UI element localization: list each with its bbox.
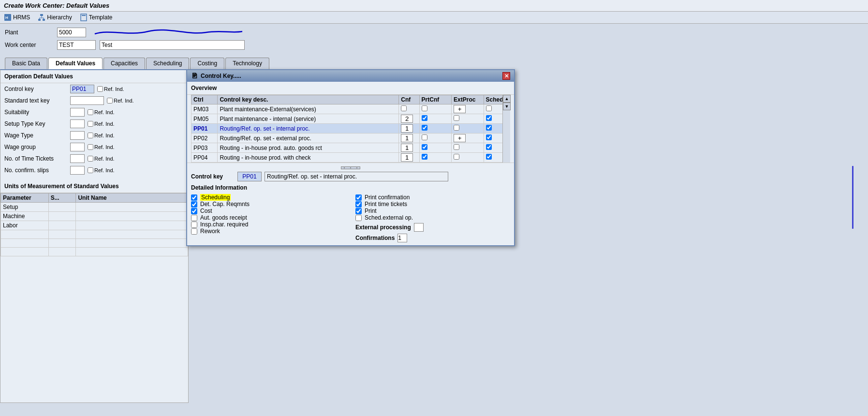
cnf-pm03 [399, 104, 419, 114]
extproc-pm03 [452, 104, 484, 114]
table-row[interactable]: PM03 Plant maintenance-External(services… [191, 104, 510, 114]
control-key-ref-checkbox[interactable]: Ref. Ind. [97, 86, 124, 92]
tab-scheduling[interactable]: Scheduling [146, 58, 189, 69]
workcenter-desc-input[interactable] [100, 40, 245, 50]
det-cap-label: Det. Cap. Reqmnts [200, 201, 250, 208]
wage-type-ref-checkbox[interactable]: Ref. Ind. [88, 133, 115, 138]
table-row[interactable]: PP03 Routing - in-house prod. auto. good… [191, 143, 510, 153]
toolbar: H HRMS Hierarchy Template [0, 12, 868, 24]
print-checkbox[interactable] [355, 208, 362, 214]
modal-close-button[interactable]: ✕ [502, 72, 510, 80]
ck-code-input[interactable] [237, 172, 262, 181]
uom-setup-param: Setup [1, 203, 49, 212]
sched-ext-checkbox[interactable] [355, 215, 362, 221]
prtcnf-pp03 [419, 143, 452, 153]
time-tickets-input[interactable] [70, 154, 85, 163]
hrms-button[interactable]: H HRMS [4, 14, 30, 21]
ext-processing-label: External processing [355, 224, 411, 231]
detail-col-right: Print confirmation Print time tickets Pr… [355, 194, 510, 242]
template-button[interactable]: Template [80, 14, 113, 21]
ck-desc-input[interactable] [265, 172, 448, 181]
table-row[interactable]: PP02 Routing/Ref. op. set - external pro… [191, 134, 510, 143]
suitability-input[interactable] [70, 108, 85, 117]
det-cap-checkbox[interactable] [191, 201, 197, 208]
std-text-ref-checkbox[interactable]: Ref. Ind. [107, 98, 134, 104]
tab-default-values[interactable]: Default Values [48, 58, 103, 69]
uom-row-labor: Labor [1, 221, 188, 230]
scheduling-checkbox-row: Scheduling [191, 194, 346, 201]
workcenter-input[interactable] [57, 40, 96, 50]
svg-text:H: H [5, 15, 8, 20]
table-row[interactable]: PP01 Routing/Ref. op. set - internal pro… [191, 124, 510, 134]
confirmations-label: Confirmations [355, 235, 395, 241]
th-desc: Control key desc. [218, 95, 399, 104]
print-confirm-checkbox-row: Print confirmation [355, 194, 510, 201]
suitability-row: Suitability Ref. Ind. [0, 106, 188, 118]
print-label: Print [365, 208, 377, 214]
tab-capacities[interactable]: Capacities [103, 58, 145, 69]
confirm-slips-input[interactable] [70, 166, 85, 175]
tab-basic-data[interactable]: Basic Data [5, 58, 47, 69]
det-cap-checkbox-row: Det. Cap. Reqmnts [191, 201, 346, 208]
print-time-checkbox[interactable] [355, 201, 362, 208]
time-tickets-label: No. of Time Tickets [4, 155, 67, 162]
cnf-pm05 [399, 114, 419, 124]
wage-group-input[interactable] [70, 143, 85, 151]
rework-label: Rework [200, 228, 220, 235]
confirmations-input[interactable] [397, 234, 407, 242]
uom-setup-s [48, 203, 76, 212]
control-key-input[interactable] [70, 85, 94, 93]
suitability-ref-checkbox[interactable]: Ref. Ind. [88, 109, 115, 115]
modal-header: 🖹 Control Key..... ✕ [187, 70, 514, 82]
confirm-slips-ref-checkbox[interactable]: Ref. Ind. [88, 167, 115, 173]
modal-title: 🖹 Control Key..... [191, 72, 241, 80]
detailed-info-title: Detailed Information [191, 184, 510, 191]
plant-input[interactable] [57, 28, 86, 37]
setup-type-ref-checkbox[interactable]: Ref. Ind. [88, 121, 115, 127]
setup-type-key-input[interactable] [70, 119, 85, 128]
insp-char-checkbox[interactable] [191, 222, 197, 228]
scroll-down-btn[interactable]: ▼ [503, 103, 511, 110]
svg-rect-2 [40, 14, 43, 16]
ctrl-pp03: PP03 [191, 143, 218, 153]
modal-icon: 🖹 [191, 72, 198, 80]
main-content: Operation Default Values Control key Ref… [0, 69, 868, 403]
aut-goods-label: Aut. goods receipt [200, 214, 247, 221]
std-text-key-input[interactable] [70, 96, 104, 105]
ext-processing-input[interactable] [414, 223, 424, 232]
cnf-pp02 [399, 134, 419, 143]
rework-checkbox[interactable] [191, 228, 197, 235]
print-time-label: Print time tickets [365, 201, 407, 208]
print-confirm-checkbox[interactable] [355, 194, 362, 201]
ctrl-pp01: PP01 [191, 124, 218, 134]
cost-checkbox[interactable] [191, 208, 197, 214]
wage-type-label: Wage Type [4, 132, 67, 139]
tab-costing[interactable]: Costing [190, 58, 224, 69]
prtcnf-pm03 [419, 104, 452, 114]
control-key-modal: 🖹 Control Key..... ✕ Overview Ctrl Contr… [186, 69, 515, 246]
hierarchy-button[interactable]: Hierarchy [38, 14, 72, 21]
uom-row-empty1 [1, 230, 188, 239]
ctrl-table: Ctrl Control key desc. Cnf PrtCnf ExtPro… [191, 95, 510, 163]
page-title: Create Work Center: Default Values [4, 2, 109, 9]
cnf-pp04 [399, 153, 419, 163]
table-scrollbar[interactable]: ▲ ▼ [502, 95, 510, 163]
scribble-decoration [90, 27, 245, 38]
template-icon [80, 14, 88, 21]
table-row[interactable]: PM05 Plant maintenance - internal (servi… [191, 114, 510, 124]
time-tickets-ref-checkbox[interactable]: Ref. Ind. [88, 156, 115, 162]
time-tickets-row: No. of Time Tickets Ref. Ind. [0, 153, 188, 164]
wage-type-input[interactable] [70, 131, 85, 140]
extproc-pp03 [452, 143, 484, 153]
uom-col-unit-name: Unit Name [76, 193, 188, 203]
resize-handle[interactable] [191, 166, 510, 170]
scheduling-checkbox[interactable] [191, 194, 197, 201]
th-prtcnf: PrtCnf [419, 95, 452, 104]
uom-labor-s [48, 221, 76, 230]
wage-group-ref-checkbox[interactable]: Ref. Ind. [88, 144, 115, 150]
control-key-row: Control key Ref. Ind. [0, 83, 188, 95]
aut-goods-checkbox[interactable] [191, 215, 197, 221]
tab-technology[interactable]: Technology [225, 58, 269, 69]
table-row[interactable]: PP04 Routing - in-house prod. with check [191, 153, 510, 163]
scroll-up-btn[interactable]: ▲ [503, 95, 511, 103]
